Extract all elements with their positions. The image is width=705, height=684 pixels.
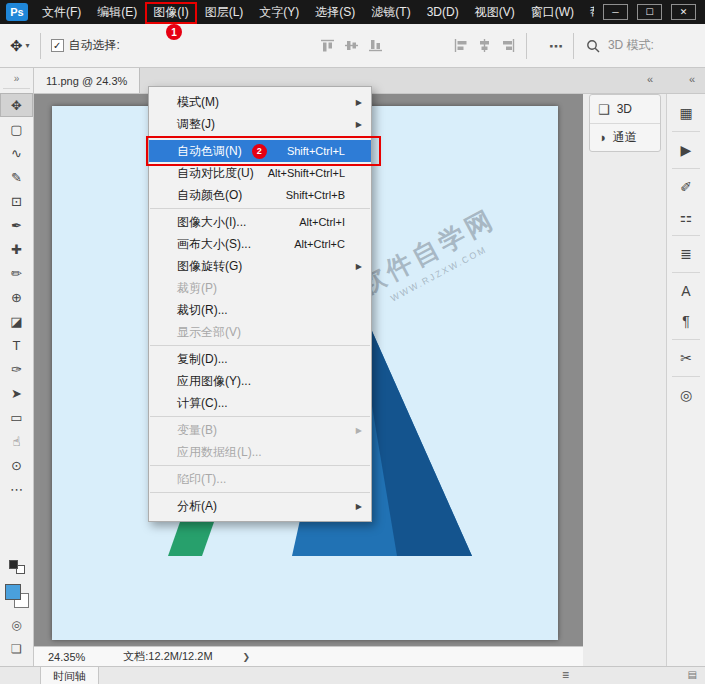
- quick-mask-icon[interactable]: ◎: [11, 618, 21, 632]
- panel-label: 通道: [613, 129, 637, 146]
- eyedropper-tool[interactable]: ✒: [0, 213, 33, 237]
- tools-list: ✥▢∿✎⊡✒✚✏⊕◪T✑➤▭☝⊙⋯: [0, 93, 33, 501]
- menu-item-label: 陷印(T)...: [177, 471, 226, 488]
- path-selection-tool[interactable]: ➤: [0, 381, 33, 405]
- menu-item-label: 自动色调(N): [177, 143, 242, 160]
- menu-item-canvas-size[interactable]: 画布大小(S)...Alt+Ctrl+C: [149, 233, 371, 255]
- brush-tool[interactable]: ✏: [0, 261, 33, 285]
- panel-grid-icon[interactable]: ▤: [688, 669, 697, 680]
- status-popup-chevron-icon[interactable]: ❯: [243, 652, 251, 662]
- foreground-color-swatch[interactable]: [5, 584, 21, 600]
- edit-toolbar-button[interactable]: ⋯: [0, 477, 33, 501]
- channels-icon: ◑: [598, 130, 606, 145]
- character-panel-icon[interactable]: A: [667, 276, 705, 306]
- menu-item-crop[interactable]: 裁剪(P): [149, 277, 371, 299]
- paragraph-panel-icon[interactable]: ¶: [667, 306, 705, 336]
- menu-item-auto-tone[interactable]: 自动色调(N)2Shift+Ctrl+L: [149, 140, 371, 162]
- menu-separator: [150, 137, 370, 138]
- align-horizontal-centers-icon[interactable]: [477, 38, 492, 53]
- 3d-cube-icon: ❑: [598, 102, 610, 117]
- menu-item-trap[interactable]: 陷印(T)...: [149, 468, 371, 490]
- menubar-item-layer[interactable]: 图层(L): [197, 0, 252, 24]
- align-right-edges-icon[interactable]: [501, 38, 516, 53]
- image-menu-dropdown: 模式(M)▶调整(J)▶自动色调(N)2Shift+Ctrl+L自动对比度(U)…: [148, 86, 372, 522]
- zoom-level-field[interactable]: 24.35%: [48, 651, 85, 663]
- align-top-edges-icon[interactable]: [320, 38, 335, 53]
- tool-preset-picker[interactable]: ✥ ▾: [10, 37, 30, 55]
- close-button[interactable]: ✕: [671, 4, 696, 20]
- annotation-badge-1: 1: [166, 24, 182, 40]
- actions-panel-icon[interactable]: ▶: [667, 135, 705, 165]
- lasso-tool[interactable]: ∿: [0, 141, 33, 165]
- menu-item-calculations[interactable]: 计算(C)...: [149, 392, 371, 414]
- menubar-item-type[interactable]: 文字(Y): [251, 0, 307, 24]
- menu-item-shortcut: Shift+Ctrl+L: [287, 145, 345, 157]
- tool-presets-panel-icon[interactable]: ✂: [667, 343, 705, 373]
- menu-item-mode[interactable]: 模式(M)▶: [149, 91, 371, 113]
- menu-item-label: 应用数据组(L)...: [177, 444, 262, 461]
- menubar-item-window[interactable]: 窗口(W): [523, 0, 582, 24]
- auto-select-checkbox[interactable]: ✓: [51, 39, 64, 52]
- menu-item-auto-contrast[interactable]: 自动对比度(U)Alt+Shift+Ctrl+L: [149, 162, 371, 184]
- collapse-dock-icon[interactable]: «: [689, 73, 695, 85]
- menubar-item-image[interactable]: 图像(I): [145, 2, 196, 24]
- pen-tool[interactable]: ✑: [0, 357, 33, 381]
- menubar-item-edit[interactable]: 编辑(E): [89, 0, 145, 24]
- zoom-tool[interactable]: ⊙: [0, 453, 33, 477]
- hamburger-icon[interactable]: ≡: [562, 668, 569, 682]
- menubar-item-select[interactable]: 选择(S): [307, 0, 363, 24]
- document-tab[interactable]: 11.png @ 24.3%: [34, 68, 140, 93]
- minimize-button[interactable]: ─: [603, 4, 628, 20]
- rectangle-tool[interactable]: ▭: [0, 405, 33, 429]
- align-vertical-centers-icon[interactable]: [344, 38, 359, 53]
- layer-comps-panel-icon[interactable]: ≣: [667, 239, 705, 269]
- menubar-item-help[interactable]: 帮助(H): [582, 0, 594, 24]
- menu-item-image-size[interactable]: 图像大小(I)...Alt+Ctrl+I: [149, 211, 371, 233]
- timeline-tab[interactable]: 时间轴: [40, 667, 99, 684]
- expand-tools-icon[interactable]: »: [0, 68, 33, 88]
- menu-item-duplicate[interactable]: 复制(D)...: [149, 348, 371, 370]
- align-bottom-edges-icon[interactable]: [368, 38, 383, 53]
- menu-item-image-rotation[interactable]: 图像旋转(G)▶: [149, 255, 371, 277]
- move-tool[interactable]: ✥: [0, 93, 33, 117]
- hand-tool[interactable]: ☝: [0, 429, 33, 453]
- menu-item-analysis[interactable]: 分析(A)▶: [149, 495, 371, 517]
- eraser-tool[interactable]: ◪: [0, 309, 33, 333]
- crop-tool[interactable]: ⊡: [0, 189, 33, 213]
- menu-item-trim[interactable]: 裁切(R)...: [149, 299, 371, 321]
- 3d-panel-tab[interactable]: ❑3D: [590, 95, 660, 123]
- type-tool[interactable]: T: [0, 333, 33, 357]
- menu-item-reveal-all[interactable]: 显示全部(V): [149, 321, 371, 343]
- brush-settings-panel-icon[interactable]: ✐: [667, 172, 705, 202]
- quick-selection-tool[interactable]: ✎: [0, 165, 33, 189]
- default-colors-icon[interactable]: [9, 560, 25, 574]
- adjustments-panel-icon[interactable]: ▦: [667, 98, 705, 128]
- clone-source-panel-icon[interactable]: ◎: [667, 380, 705, 410]
- screen-mode-icon[interactable]: ❏: [11, 642, 22, 656]
- menubar-item-file[interactable]: 文件(F): [34, 0, 89, 24]
- channels-panel-tab[interactable]: ◑通道: [590, 123, 660, 151]
- menubar-item-view[interactable]: 视图(V): [467, 0, 523, 24]
- properties-panel-icon[interactable]: ⚏: [667, 202, 705, 232]
- collapse-panels-icon[interactable]: «: [647, 73, 653, 85]
- more-options-icon[interactable]: ⋯: [549, 38, 563, 54]
- menu-item-apply-data-set[interactable]: 应用数据组(L)...: [149, 441, 371, 463]
- clone-stamp-tool[interactable]: ⊕: [0, 285, 33, 309]
- menu-item-label: 复制(D)...: [177, 351, 228, 368]
- menubar-item-filter[interactable]: 滤镜(T): [363, 0, 418, 24]
- menubar-item-3d[interactable]: 3D(D): [419, 0, 467, 24]
- spot-healing-brush-tool[interactable]: ✚: [0, 237, 33, 261]
- menu-item-variables[interactable]: 变量(B)▶: [149, 419, 371, 441]
- submenu-arrow-icon: ▶: [356, 426, 362, 435]
- menu-item-adjustments[interactable]: 调整(J)▶: [149, 113, 371, 135]
- menu-item-apply-image[interactable]: 应用图像(Y)...: [149, 370, 371, 392]
- menu-item-shortcut: Alt+Ctrl+C: [294, 238, 345, 250]
- submenu-arrow-icon: ▶: [356, 98, 362, 107]
- rectangular-marquee-tool[interactable]: ▢: [0, 117, 33, 141]
- align-left-edges-icon[interactable]: [453, 38, 468, 53]
- timeline-bar: 时间轴 ≡ ▤: [0, 666, 705, 684]
- search-icon[interactable]: [586, 39, 600, 53]
- tools-panel: » ✥▢∿✎⊡✒✚✏⊕◪T✑➤▭☝⊙⋯ ◎ ❏: [0, 68, 34, 666]
- maximize-button[interactable]: ☐: [637, 4, 662, 20]
- menu-item-auto-color[interactable]: 自动颜色(O)Shift+Ctrl+B: [149, 184, 371, 206]
